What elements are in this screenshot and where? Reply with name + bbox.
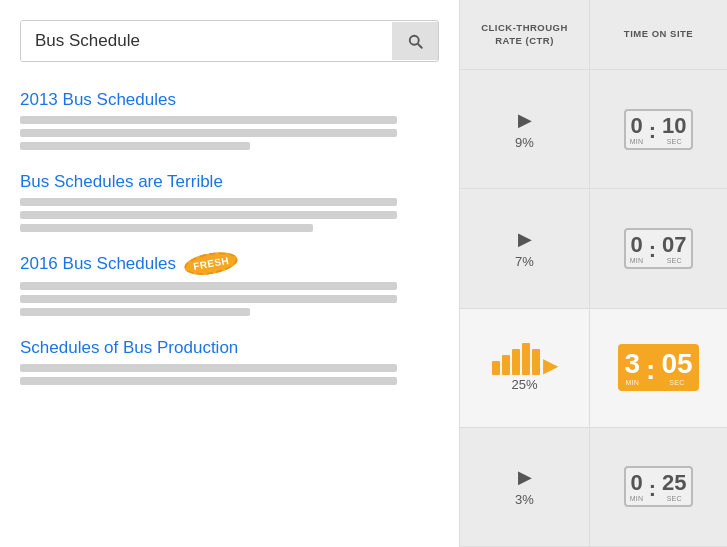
result-title-1[interactable]: 2013 Bus Schedules (20, 90, 439, 110)
timer-sec-digits-4: 25 (658, 468, 690, 494)
result-line (20, 364, 397, 372)
timer-colon-char-1: : (647, 116, 658, 142)
result-title-3[interactable]: 2016 Bus SchedulesFRESH (20, 254, 439, 276)
result-lines-2 (20, 198, 439, 232)
result-item-3: 2016 Bus SchedulesFRESH (20, 254, 439, 316)
timer-sec-label-3: SEC (669, 378, 684, 389)
result-title-text-3: 2016 Bus Schedules (20, 254, 176, 273)
right-row-2: ▶ 7% 0 MIN : 07 SEC (460, 189, 727, 308)
result-line (20, 129, 397, 137)
result-line (20, 224, 313, 232)
right-panel: CLICK-THROUGHRATE (CTR) TIME ON SITE ▶ 9… (460, 0, 727, 547)
ctr-percent-4: 3% (515, 492, 534, 507)
timer-colon-char-4: : (647, 474, 658, 500)
timer-sec-label-4: SEC (667, 494, 682, 505)
result-item-2: Bus Schedules are Terrible (20, 172, 439, 232)
result-line (20, 198, 397, 206)
timer-sec-label-2: SEC (667, 256, 682, 267)
search-icon (406, 32, 424, 50)
tos-cell-4: 0 MIN : 25 SEC (590, 428, 727, 546)
ctr-inner-3: ▶ 25% (468, 343, 581, 392)
timer-colon-1: : (647, 111, 658, 148)
arrow-bars-3 (492, 343, 540, 375)
timer-colon-char-3: : (644, 352, 657, 384)
tos-cell-3: 3 MIN : 05 SEC (590, 309, 727, 427)
timer-min-label-4: MIN (630, 494, 644, 505)
right-row-1: ▶ 9% 0 MIN : 10 SEC (460, 70, 727, 189)
cursor-icon-2: ▶ (518, 228, 532, 250)
timer-sec-4: 25 SEC (658, 468, 690, 505)
result-title-4[interactable]: Schedules of Bus Production (20, 338, 439, 358)
ctr-percent-2: 7% (515, 254, 534, 269)
ctr-cell-4: ▶ 3% (460, 428, 590, 546)
search-button[interactable] (392, 22, 438, 60)
right-header: CLICK-THROUGHRATE (CTR) TIME ON SITE (460, 0, 727, 70)
timer-display-4: 0 MIN : 25 SEC (624, 466, 692, 507)
cursor-icon-4: ▶ (518, 466, 532, 488)
bar-3 (512, 349, 520, 375)
result-item-1: 2013 Bus Schedules (20, 90, 439, 150)
result-lines-4 (20, 364, 439, 385)
ctr-cell-2: ▶ 7% (460, 189, 590, 307)
timer-sec-2: 07 SEC (658, 230, 690, 267)
ctr-column-header: CLICK-THROUGHRATE (CTR) (460, 0, 590, 69)
timer-display-1: 0 MIN : 10 SEC (624, 109, 692, 150)
timer-min-label-3: MIN (625, 378, 639, 389)
timer-colon-2: : (647, 230, 658, 267)
timer-colon-4: : (647, 468, 658, 505)
tos-cell-2: 0 MIN : 07 SEC (590, 189, 727, 307)
right-rows: ▶ 9% 0 MIN : 10 SEC (460, 70, 727, 547)
ctr-percent-3: 25% (511, 377, 537, 392)
timer-min-digits-4: 0 (626, 468, 646, 494)
bar-5 (532, 349, 540, 375)
timer-sec-3: 05 SEC (657, 346, 696, 389)
result-line (20, 377, 397, 385)
search-bar (20, 20, 439, 62)
tos-cell-1: 0 MIN : 10 SEC (590, 70, 727, 188)
tos-column-header: TIME ON SITE (590, 0, 727, 69)
timer-sec-digits-2: 07 (658, 230, 690, 256)
timer-min-digits-1: 0 (626, 111, 646, 137)
timer-min-2: 0 MIN (626, 230, 646, 267)
result-line (20, 295, 397, 303)
left-panel: 2013 Bus Schedules Bus Schedules are Ter… (0, 0, 460, 547)
ctr-cell-3: ▶ 25% (460, 309, 590, 427)
right-row-4: ▶ 3% 0 MIN : 25 SEC (460, 428, 727, 547)
bar-4 (522, 343, 530, 375)
result-line (20, 211, 397, 219)
ctr-cell-1: ▶ 9% (460, 70, 590, 188)
timer-sec-digits-3: 05 (657, 346, 696, 378)
timer-min-4: 0 MIN (626, 468, 646, 505)
search-input[interactable] (21, 21, 392, 61)
result-line (20, 142, 250, 150)
result-lines-1 (20, 116, 439, 150)
result-title-2[interactable]: Bus Schedules are Terrible (20, 172, 439, 192)
timer-min-label-2: MIN (630, 256, 644, 267)
timer-sec-1: 10 SEC (658, 111, 690, 148)
bar-2 (502, 355, 510, 375)
timer-min-label-1: MIN (630, 137, 644, 148)
bar-1 (492, 361, 500, 375)
result-lines-3 (20, 282, 439, 316)
ctr-percent-1: 9% (515, 135, 534, 150)
timer-sec-label-1: SEC (667, 137, 682, 148)
timer-display-2: 0 MIN : 07 SEC (624, 228, 692, 269)
ctr-header-label: CLICK-THROUGHRATE (CTR) (481, 22, 568, 47)
tos-header-label: TIME ON SITE (624, 28, 693, 40)
fresh-badge: FRESH (183, 248, 240, 278)
result-item-4: Schedules of Bus Production (20, 338, 439, 385)
timer-sec-digits-1: 10 (658, 111, 690, 137)
timer-colon-3: : (644, 346, 657, 389)
result-line (20, 308, 250, 316)
result-line (20, 116, 397, 124)
cursor-icon-1: ▶ (518, 109, 532, 131)
timer-min-digits-2: 0 (626, 230, 646, 256)
timer-min-3: 3 MIN (620, 346, 644, 389)
result-line (20, 282, 397, 290)
timer-min-1: 0 MIN (626, 111, 646, 148)
bars-and-cursor-3: ▶ (492, 343, 558, 375)
right-row-3: ▶ 25% 3 MIN : 05 SEC (460, 309, 727, 428)
timer-min-digits-3: 3 (620, 346, 644, 378)
timer-display-3: 3 MIN : 05 SEC (618, 344, 698, 391)
cursor-highlight-icon: ▶ (543, 355, 558, 375)
